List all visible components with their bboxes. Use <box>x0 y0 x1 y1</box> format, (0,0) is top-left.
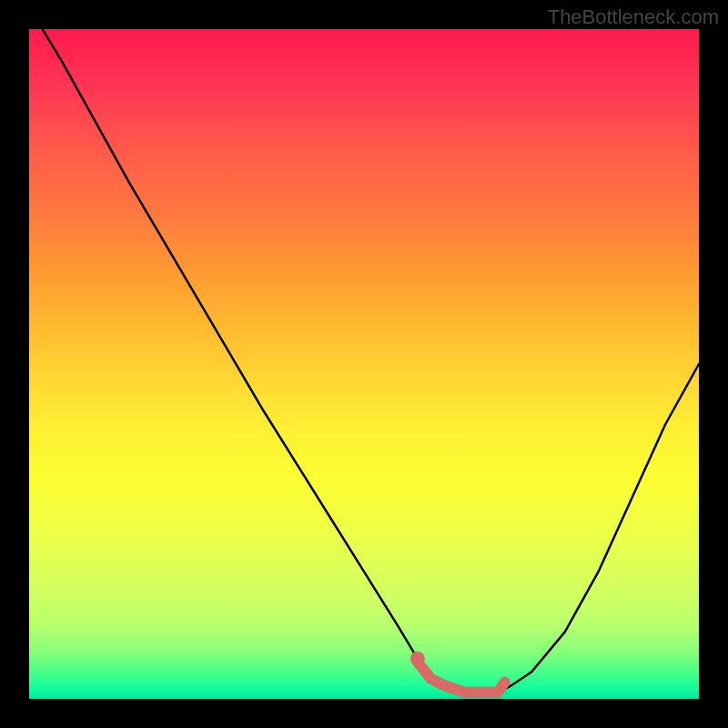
plot-area <box>29 29 699 699</box>
chart-svg <box>29 29 699 699</box>
series-bottleneck-curve <box>43 29 699 693</box>
series-highlight-band <box>418 662 505 693</box>
series-highlight-dot-point <box>410 652 425 666</box>
watermark: TheBottleneck.com <box>548 5 719 29</box>
chart-container: TheBottleneck.com <box>0 0 728 728</box>
